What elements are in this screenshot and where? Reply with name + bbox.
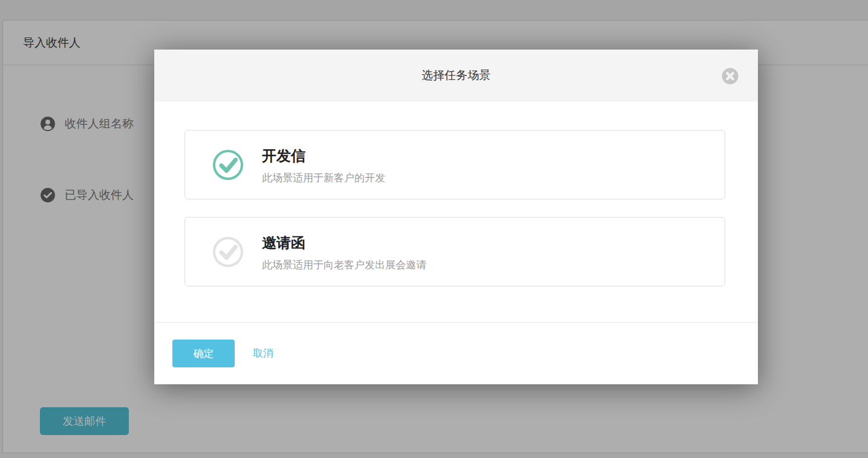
option-text: 邀请函 此场景适用于向老客户发出展会邀请 — [262, 233, 426, 272]
page: 导入收件人 收件人组名称 已导入收件人 发送邮件 — [0, 0, 868, 458]
confirm-button[interactable]: 确定 — [172, 340, 235, 367]
dialog-footer: 确定 取消 — [154, 322, 758, 384]
dialog-title: 选择任务场景 — [422, 68, 491, 83]
select-task-scene-dialog: 选择任务场景 开发信 此场景适用于新客户的开发 — [154, 50, 758, 384]
unselected-check-icon — [212, 236, 244, 268]
option-card-invitation-letter[interactable]: 邀请函 此场景适用于向老客户发出展会邀请 — [184, 217, 725, 286]
cancel-button[interactable]: 取消 — [253, 340, 273, 367]
option-title: 邀请函 — [262, 233, 426, 253]
option-card-development-letter[interactable]: 开发信 此场景适用于新客户的开发 — [184, 130, 725, 199]
option-description: 此场景适用于向老客户发出展会邀请 — [262, 258, 426, 272]
option-description: 此场景适用于新客户的开发 — [262, 171, 385, 185]
selected-check-icon — [212, 149, 244, 181]
option-text: 开发信 此场景适用于新客户的开发 — [262, 146, 385, 185]
dialog-header: 选择任务场景 — [154, 50, 758, 102]
dialog-body: 开发信 此场景适用于新客户的开发 邀请函 此场景适用于向老客户发出展会邀请 — [154, 102, 758, 286]
close-icon[interactable] — [721, 67, 739, 85]
option-title: 开发信 — [262, 146, 385, 166]
